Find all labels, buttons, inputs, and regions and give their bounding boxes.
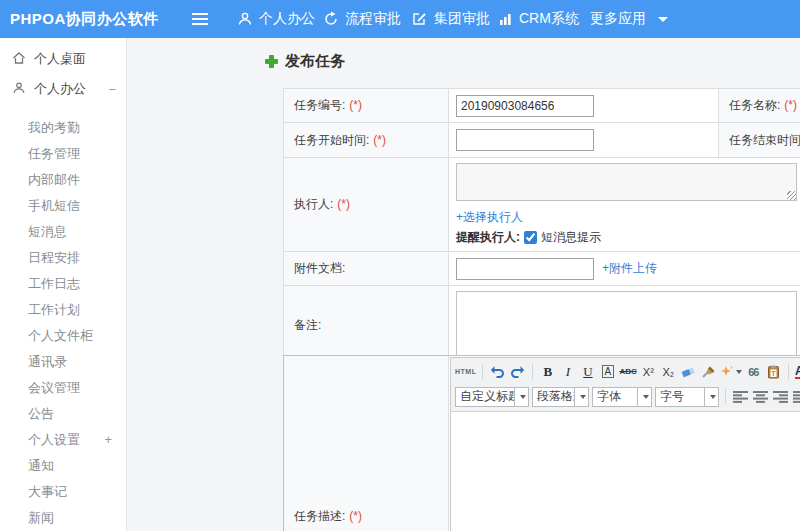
caret-down-icon [658, 17, 668, 22]
sidebar-item-personal-desktop[interactable]: 个人桌面 [0, 44, 126, 74]
required-mark: (*) [784, 98, 797, 112]
process-icon [323, 11, 339, 27]
sidebar-item-task-management[interactable]: 任务管理 [0, 141, 126, 167]
align-center-icon[interactable] [752, 388, 769, 406]
sidebar-item-attendance[interactable]: 我的考勤 [0, 115, 126, 141]
sidebar-item-work-plan[interactable]: 工作计划 [0, 297, 126, 323]
remind-executor-label: 提醒执行人: [456, 229, 520, 246]
collapse-icon[interactable]: − [108, 82, 116, 97]
auto-typeset-wand-icon[interactable] [720, 363, 742, 381]
attachment-label: 附件文档: [284, 252, 449, 286]
attachment-input[interactable] [456, 258, 594, 280]
sidebar-item-notice[interactable]: 通知 [0, 453, 126, 479]
table-row: 执行人:(*) +选择执行人 提醒执行人: 短消息提示 [284, 158, 800, 252]
caret-down-icon [514, 388, 528, 406]
nav-process-approval[interactable]: 流程审批 [323, 0, 401, 38]
user-icon [237, 11, 253, 27]
table-row: 备注: [284, 286, 800, 366]
executor-textarea[interactable] [456, 163, 797, 201]
align-left-icon[interactable] [732, 388, 749, 406]
sms-remind-checkbox[interactable] [524, 231, 537, 244]
publish-task-form: 任务编号:(*) 任务名称:(*) 任务开始时间:(*) 任务结束时间:(*) … [283, 88, 800, 366]
home-icon [12, 51, 26, 68]
task-description-row: 任务描述:(*) HTML [283, 355, 800, 531]
attachment-upload-link[interactable]: +附件上传 [602, 260, 657, 277]
editor-content-area[interactable] [451, 412, 800, 531]
task-description-label: 任务描述:(*) [284, 356, 449, 531]
font-style-button[interactable]: A [599, 363, 616, 381]
sidebar-item-contacts[interactable]: 通讯录 [0, 349, 126, 375]
remove-format-eraser-icon[interactable] [680, 363, 697, 381]
main-content: 发布任务 任务编号:(*) 任务名称:(*) 任务开始时间:(*) 任务结束时间… [128, 38, 800, 531]
redo-button[interactable] [509, 363, 526, 381]
table-row: 附件文档: +附件上传 [284, 252, 800, 286]
table-row: 任务编号:(*) 任务名称:(*) [284, 89, 800, 123]
paragraph-format-select[interactable]: 段落格式 [532, 387, 589, 407]
strikethrough-button[interactable]: ABC [619, 363, 636, 381]
required-mark: (*) [349, 509, 362, 523]
font-family-select[interactable]: 字体 [592, 387, 652, 407]
sidebar-item-work-log[interactable]: 工作日志 [0, 271, 126, 297]
editor-toolbar: HTML B I U A [451, 358, 800, 412]
custom-title-select[interactable]: 自定义标题 [455, 387, 529, 407]
table-row: 任务开始时间:(*) 任务结束时间:(*) [284, 123, 800, 158]
caret-down-icon [637, 388, 651, 406]
format-painter-brush-icon[interactable] [700, 363, 717, 381]
menu-toggle-icon[interactable] [192, 13, 208, 25]
sidebar-item-schedule[interactable]: 日程安排 [0, 245, 126, 271]
sidebar: 个人桌面 个人办公 − 我的考勤 任务管理 内部邮件 手机短信 短消息 日程安排… [0, 38, 127, 531]
align-justify-icon[interactable] [792, 388, 800, 406]
end-time-label: 任务结束时间:(*) [719, 123, 800, 158]
required-mark: (*) [373, 133, 386, 147]
undo-button[interactable] [489, 363, 506, 381]
edit-square-icon [412, 11, 428, 27]
page-title: 发布任务 [265, 52, 345, 71]
font-color-button[interactable]: A [795, 363, 800, 381]
align-right-icon[interactable] [772, 388, 789, 406]
user-icon [12, 81, 26, 98]
add-icon [265, 55, 278, 68]
sidebar-item-internal-mail[interactable]: 内部邮件 [0, 167, 126, 193]
expand-icon[interactable]: + [104, 427, 112, 453]
required-mark: (*) [337, 197, 350, 211]
resize-handle[interactable] [787, 191, 796, 200]
start-time-input[interactable] [456, 129, 594, 151]
sidebar-item-sms[interactable]: 手机短信 [0, 193, 126, 219]
remark-textarea[interactable] [456, 291, 797, 357]
sidebar-item-milestones[interactable]: 大事记 [0, 479, 126, 505]
paste-from-word-icon[interactable]: T [765, 363, 782, 381]
sidebar-item-file-cabinet[interactable]: 个人文件柜 [0, 323, 126, 349]
svg-text:T: T [771, 369, 775, 376]
sidebar-item-news[interactable]: 新闻 [0, 505, 126, 531]
sms-remind-option-label: 短消息提示 [541, 229, 601, 246]
source-code-button[interactable]: HTML [455, 363, 476, 381]
required-mark: (*) [349, 98, 362, 112]
blockquote-button[interactable]: 66 [745, 363, 762, 381]
app-window: PHPOA协同办公软件 个人办公 流程审批 集团审批 CRM系统 [0, 0, 800, 531]
nav-group-approval[interactable]: 集团审批 [412, 0, 490, 38]
sidebar-item-short-message[interactable]: 短消息 [0, 219, 126, 245]
rich-text-editor: HTML B I U A [449, 356, 800, 531]
bold-button[interactable]: B [539, 363, 556, 381]
subscript-button[interactable]: X₂ [660, 363, 677, 381]
sidebar-item-meeting-management[interactable]: 会议管理 [0, 375, 126, 401]
underline-button[interactable]: U [579, 363, 596, 381]
sidebar-item-personal-settings[interactable]: 个人设置+ [0, 427, 126, 453]
sidebar-submenu: 我的考勤 任务管理 内部邮件 手机短信 短消息 日程安排 工作日志 工作计划 个… [0, 115, 126, 531]
nav-personal-office[interactable]: 个人办公 [237, 0, 315, 38]
app-logo: PHPOA协同办公软件 [10, 0, 159, 38]
nav-more-apps[interactable]: 更多应用 [590, 0, 668, 38]
caret-down-icon [736, 370, 742, 374]
bar-chart-icon [497, 11, 513, 27]
task-no-input[interactable] [456, 95, 594, 117]
nav-crm-system[interactable]: CRM系统 [497, 0, 579, 38]
remark-label: 备注: [284, 286, 449, 366]
sidebar-item-announcement[interactable]: 公告 [0, 401, 126, 427]
task-name-label: 任务名称:(*) [719, 89, 800, 123]
font-size-select[interactable]: 字号 [655, 387, 719, 407]
italic-button[interactable]: I [559, 363, 576, 381]
caret-down-icon [574, 388, 588, 406]
choose-executor-link[interactable]: +选择执行人 [456, 210, 523, 224]
superscript-button[interactable]: X² [640, 363, 657, 381]
sidebar-item-personal-office[interactable]: 个人办公 − [0, 74, 126, 104]
